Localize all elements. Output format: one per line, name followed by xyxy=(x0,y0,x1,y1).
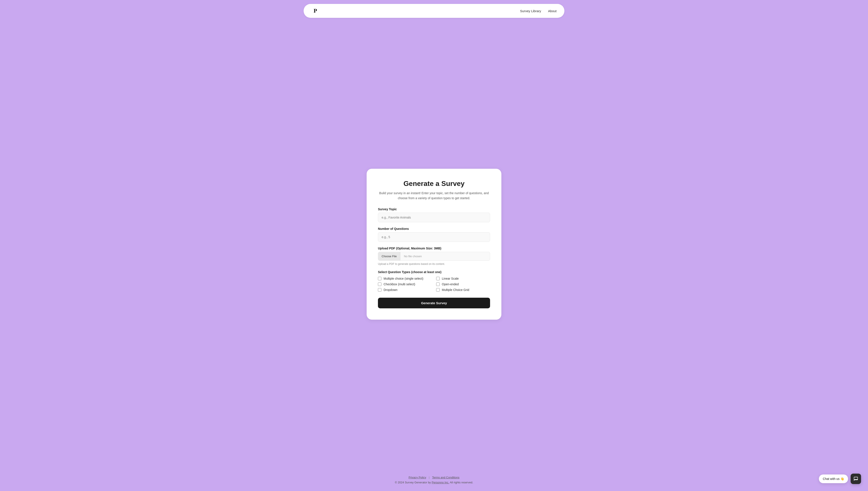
survey-topic-group: Survey Topic xyxy=(378,207,490,222)
file-hint: Upload a PDF to generate questions based… xyxy=(378,262,490,265)
checkbox-open-ended-input[interactable] xyxy=(436,283,440,286)
footer-divider: | xyxy=(429,476,429,479)
question-types-grid: Multiple choice (single select) Linear S… xyxy=(378,277,490,292)
chat-widget: Chat with us 👋 xyxy=(819,473,861,484)
pdf-upload-group: Upload PDF (Optional, Maximum Size: 3MB)… xyxy=(378,247,490,265)
nav-survey-library[interactable]: Survey Library xyxy=(520,9,541,13)
privacy-policy-link[interactable]: Privacy Policy xyxy=(409,476,426,479)
nav-about[interactable]: About xyxy=(548,9,557,13)
survey-topic-input[interactable] xyxy=(378,213,490,222)
card-subtitle: Build your survey in an instant! Enter y… xyxy=(378,191,490,201)
pdf-upload-label: Upload PDF (Optional, Maximum Size: 3MB) xyxy=(378,247,490,250)
file-name-display: No file chosen xyxy=(400,252,425,260)
checkbox-multiple-choice-grid-label: Multiple Choice Grid xyxy=(442,288,469,292)
file-upload-wrapper: Choose File No file chosen xyxy=(378,252,490,261)
checkbox-checkbox-multi-input[interactable] xyxy=(378,283,381,286)
logo: P xyxy=(311,7,319,15)
checkbox-open-ended[interactable]: Open-ended xyxy=(436,283,490,286)
checkbox-dropdown-input[interactable] xyxy=(378,288,381,292)
checkbox-dropdown-label: Dropdown xyxy=(383,288,398,292)
checkbox-dropdown[interactable]: Dropdown xyxy=(378,288,432,292)
checkbox-multiple-choice-grid[interactable]: Multiple Choice Grid xyxy=(436,288,490,292)
company-link[interactable]: Personno Inc. xyxy=(432,481,449,484)
num-questions-group: Number of Questions xyxy=(378,227,490,242)
main-content: Generate a Survey Build your survey in a… xyxy=(0,18,868,470)
navbar: P Survey Library About xyxy=(304,4,564,18)
question-types-group: Select Question Types (choose at least o… xyxy=(378,270,490,292)
survey-topic-label: Survey Topic xyxy=(378,207,490,211)
chat-bubble[interactable]: Chat with us 👋 xyxy=(819,474,848,483)
terms-conditions-link[interactable]: Terms and Conditions xyxy=(432,476,459,479)
generate-survey-button[interactable]: Generate Survey xyxy=(378,298,490,308)
nav-links: Survey Library About xyxy=(520,9,557,13)
num-questions-label: Number of Questions xyxy=(378,227,490,231)
checkbox-multiple-choice[interactable]: Multiple choice (single select) xyxy=(378,277,432,280)
checkbox-checkbox-multi-label: Checkbox (multi select) xyxy=(383,283,415,286)
footer-copyright: © 2024 Survey Generator by Personno Inc.… xyxy=(395,481,473,484)
choose-file-button[interactable]: Choose File xyxy=(378,252,400,260)
checkbox-linear-scale-input[interactable] xyxy=(436,277,440,280)
checkbox-open-ended-label: Open-ended xyxy=(442,283,459,286)
footer-links: Privacy Policy | Terms and Conditions xyxy=(395,476,473,479)
checkbox-multiple-choice-input[interactable] xyxy=(378,277,381,280)
checkbox-linear-scale-label: Linear Scale xyxy=(442,277,459,280)
num-questions-input[interactable] xyxy=(378,232,490,242)
question-types-label: Select Question Types (choose at least o… xyxy=(378,270,490,274)
survey-card: Generate a Survey Build your survey in a… xyxy=(367,169,501,320)
chat-icon-button[interactable] xyxy=(850,473,861,484)
checkbox-multiple-choice-grid-input[interactable] xyxy=(436,288,440,292)
checkbox-checkbox-multi[interactable]: Checkbox (multi select) xyxy=(378,283,432,286)
footer: Privacy Policy | Terms and Conditions © … xyxy=(391,470,477,491)
card-title: Generate a Survey xyxy=(378,180,490,187)
chat-icon xyxy=(854,476,858,481)
checkbox-linear-scale[interactable]: Linear Scale xyxy=(436,277,490,280)
checkbox-multiple-choice-label: Multiple choice (single select) xyxy=(383,277,423,280)
